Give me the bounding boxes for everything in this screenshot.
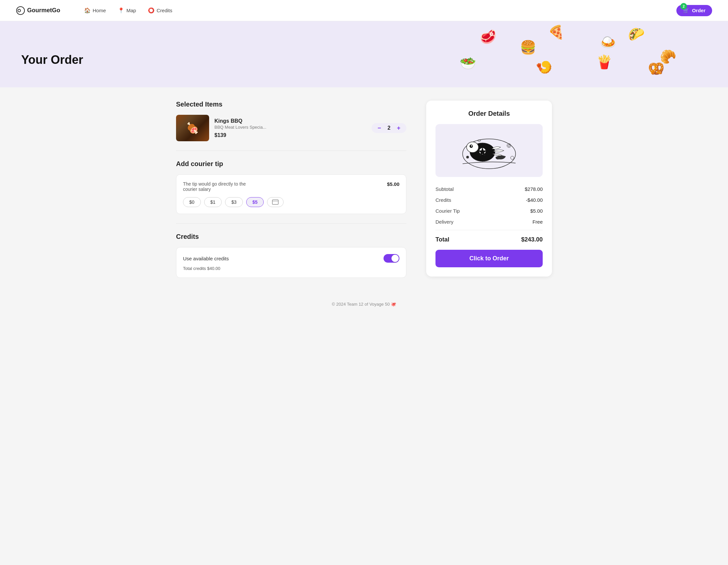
nav-map[interactable]: 📍 Map [118,7,136,14]
order-badge: 2 [680,3,687,10]
divider-1 [176,151,406,151]
nav-links: 🏠 Home 📍 Map ⭕ Credits [84,7,660,14]
nav-credits[interactable]: ⭕ Credits [148,7,172,14]
tip-options: $0 $1 $3 $5 [183,197,399,207]
order-details-wrapper: Order Details [426,101,552,277]
tip-description: The tip would go directly to the courier… [183,181,256,192]
map-label: Map [126,8,136,13]
order-illustration [435,124,543,177]
quantity-decrease-button[interactable]: − [376,125,383,131]
order-details-card: Order Details [426,101,552,277]
tip-option-3[interactable]: $3 [225,197,243,207]
item-image-placeholder: 🍖 [176,115,209,141]
svg-point-13 [466,156,469,159]
subtotal-label: Subtotal [435,186,454,192]
tip-amount: $5.00 [387,181,399,187]
credits-label: Credits [157,8,172,13]
footer: © 2024 Team 12 of Voyage 50 🐙 [0,291,728,314]
illustration-svg [453,127,525,174]
tip-option-5[interactable]: $5 [246,197,264,207]
credits-toggle-label: Use available credits [183,256,229,261]
logo-text: GourmetGo [27,7,60,14]
tip-row-value: $5.00 [530,208,543,214]
credits-row-value: -$40.00 [526,197,543,203]
item-info: Kings BBQ BBQ Meat Lovers Specia... $139 [214,118,366,138]
order-details-title: Order Details [435,110,543,118]
quantity-value: 2 [386,125,392,131]
order-total-row: Total $243.00 [435,233,543,245]
food-emoji-steak: 🥩 [480,29,496,45]
subtotal-value: $278.00 [525,186,543,192]
tip-option-custom[interactable] [267,197,284,207]
custom-tip-icon [272,200,279,205]
quantity-control: − 2 + [372,123,406,133]
total-label: Total [435,236,449,243]
item-row: 🍖 Kings BBQ BBQ Meat Lovers Specia... $1… [176,115,406,141]
page-title: Your Order [21,53,707,67]
divider-2 [176,223,406,224]
order-row-delivery: Delivery Free [435,216,543,227]
footer-text: © 2024 Team 12 of Voyage 50 🐙 [332,302,396,306]
order-row-credits: Credits -$40.00 [435,195,543,206]
delivery-value: Free [532,219,543,225]
tip-row: The tip would go directly to the courier… [183,181,399,192]
food-emoji-pan: 🍛 [600,34,616,50]
tip-section-title: Add courier tip [176,160,406,168]
order-label: Order [692,8,705,13]
hero-banner: Your Order 🥩 🍕 🌮 🍔 🍛 🥗 🍤 🍟 🥐 🥨 [0,21,728,87]
item-image: 🍖 [176,115,209,141]
svg-rect-2 [272,200,278,205]
logo[interactable]: GourmetGo [16,6,60,15]
item-name: Kings BBQ [214,118,366,124]
nav-home[interactable]: 🏠 Home [84,7,106,14]
order-divider [435,230,543,230]
food-emoji-taco: 🌮 [628,26,645,42]
delivery-label: Delivery [435,219,453,225]
right-column: Order Details [426,101,552,277]
map-icon: 📍 [118,7,124,14]
tip-box: The tip would go directly to the courier… [176,174,406,214]
order-row-subtotal: Subtotal $278.00 [435,184,543,195]
svg-point-14 [511,156,514,160]
svg-point-8 [471,145,472,147]
credits-icon: ⭕ [148,7,155,14]
item-price: $139 [214,132,366,138]
credits-row-label: Credits [435,197,451,203]
tip-row-label: Courier Tip [435,208,460,214]
click-to-order-button[interactable]: Click to Order [435,250,543,267]
navbar: GourmetGo 🏠 Home 📍 Map ⭕ Credits 2 🛒 Ord… [0,0,728,21]
nav-order-button[interactable]: 2 🛒 Order [676,5,712,16]
main-content: Selected Items 🍖 Kings BBQ BBQ Meat Love… [165,87,563,291]
credits-toggle-row: Use available credits [183,254,399,263]
order-row-tip: Courier Tip $5.00 [435,206,543,216]
total-value: $243.00 [521,236,543,243]
food-emoji-pizza: 🍕 [548,24,565,40]
tip-option-1[interactable]: $1 [204,197,222,207]
left-column: Selected Items 🍖 Kings BBQ BBQ Meat Love… [176,101,426,278]
item-description: BBQ Meat Lovers Specia... [214,125,366,130]
quantity-increase-button[interactable]: + [395,125,402,131]
home-icon: 🏠 [84,7,91,14]
credits-box: Use available credits Total credits $40.… [176,247,406,278]
svg-point-1 [18,9,21,12]
toggle-thumb [391,255,399,262]
home-label: Home [93,8,106,13]
logo-icon [16,6,25,15]
selected-items-title: Selected Items [176,101,406,108]
tip-option-0[interactable]: $0 [183,197,201,207]
credits-toggle[interactable] [384,254,399,263]
credits-total: Total credits $40.00 [183,266,399,271]
svg-point-12 [508,145,510,147]
credits-section-title: Credits [176,233,406,241]
